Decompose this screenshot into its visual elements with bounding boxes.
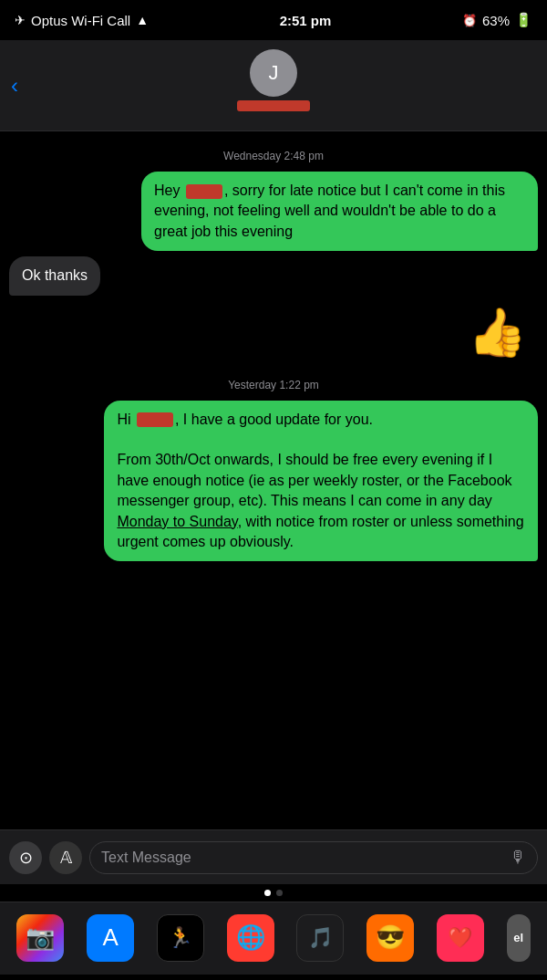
msg2-text: Ok thanks xyxy=(22,267,88,283)
status-bar: ✈ Optus Wi-Fi Call ▲ 2:51 pm ⏰ 63% 🔋 xyxy=(0,0,547,40)
timestamp-yesterday: Yesterday 1:22 pm xyxy=(9,379,538,391)
appstore-button[interactable]: 𝔸 xyxy=(49,841,82,874)
page-dots xyxy=(0,884,547,902)
redact-name xyxy=(186,184,222,199)
back-button[interactable]: ‹ xyxy=(11,73,18,99)
text-input-wrap[interactable]: Text Message 🎙 xyxy=(89,841,538,874)
battery-label: 63% xyxy=(482,13,510,28)
msg4-before: Hi xyxy=(117,412,135,427)
carrier-label: Optus Wi-Fi Call xyxy=(31,13,130,28)
message-row: Ok thanks xyxy=(9,256,538,295)
plane-icon: ✈ xyxy=(15,13,26,27)
status-right: ⏰ 63% 🔋 xyxy=(462,12,532,28)
incoming-bubble: Ok thanks xyxy=(9,256,100,295)
dot-1 xyxy=(264,890,271,896)
messages-area: Wednesday 2:48 pm Hey , sorry for late n… xyxy=(0,131,547,829)
message-row: Hi , I have a good update for you.From 3… xyxy=(9,401,538,562)
camera-button[interactable]: ⊙ xyxy=(9,841,42,874)
message-row: Hey , sorry for late notice but I can't … xyxy=(9,172,538,251)
text-input-placeholder: Text Message xyxy=(101,850,510,866)
wifi-icon: ▲ xyxy=(136,13,149,27)
chevron-left-icon: ‹ xyxy=(11,73,18,99)
dot-2 xyxy=(276,890,283,896)
dock-memoji[interactable]: 😎 xyxy=(366,914,414,962)
timestamp-wednesday: Wednesday 2:48 pm xyxy=(9,150,538,162)
dock-heart[interactable]: ❤️ xyxy=(437,914,484,962)
redact-name-2 xyxy=(137,412,173,427)
thumbs-up-emoji: 👍 xyxy=(9,305,538,360)
dock-photos[interactable]: 📷 xyxy=(16,914,64,962)
alarm-icon: ⏰ xyxy=(462,14,477,27)
msg4-underline: Monday to Sunday xyxy=(117,514,237,529)
outgoing-bubble-long: Hi , I have a good update for you.From 3… xyxy=(104,401,538,562)
dock-music[interactable]: 🎵 xyxy=(296,914,344,962)
mic-icon: 🎙 xyxy=(510,848,526,867)
contact-name-redact xyxy=(237,100,310,111)
msg4-after: , I have a good update for you.From 30th… xyxy=(117,412,511,509)
dock-fitness[interactable]: 🏃 xyxy=(157,914,204,962)
dock: 📷 A 🏃 🌐 🎵 😎 ❤️ el xyxy=(0,902,547,975)
msg1-text-before: Hey xyxy=(154,182,184,198)
header: ‹ J xyxy=(0,40,547,131)
time-display: 2:51 pm xyxy=(280,13,332,28)
input-area: ⊙ 𝔸 Text Message 🎙 xyxy=(0,829,547,884)
battery-icon: 🔋 xyxy=(515,12,532,28)
outgoing-bubble: Hey , sorry for late notice but I can't … xyxy=(141,172,538,251)
status-left: ✈ Optus Wi-Fi Call ▲ xyxy=(15,13,149,28)
avatar: J xyxy=(250,49,297,97)
dock-appstore[interactable]: A xyxy=(87,914,134,962)
dock-partial-icon: el xyxy=(507,914,531,962)
dock-globe[interactable]: 🌐 xyxy=(227,914,274,962)
